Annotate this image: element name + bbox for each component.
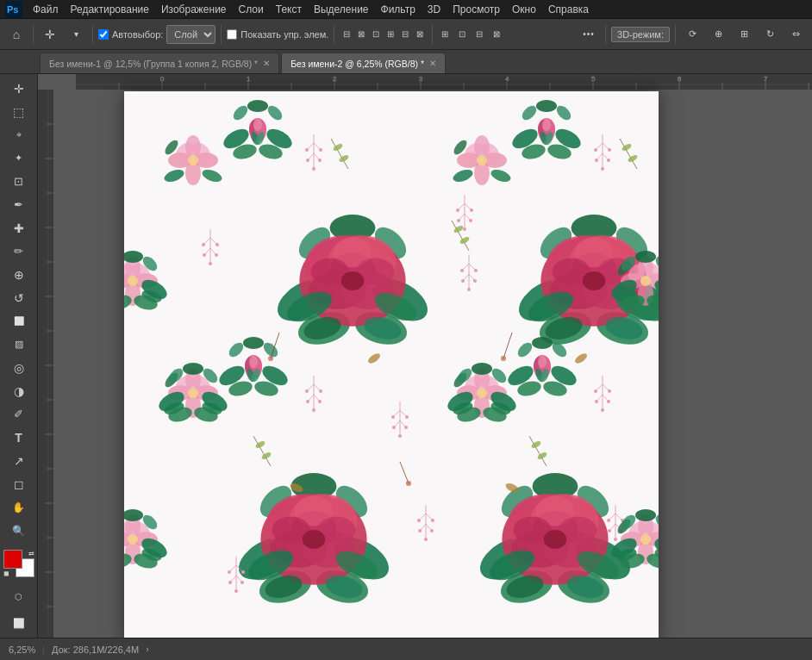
menu-view[interactable]: Просмотр bbox=[447, 2, 505, 17]
tool-shape[interactable]: ◻ bbox=[7, 473, 31, 495]
tab-file1[interactable]: Без имени-1 @ 12,5% (Группа 1 копия 2, R… bbox=[40, 53, 279, 73]
menu-layers[interactable]: Слои bbox=[234, 2, 269, 17]
swap-colors-icon[interactable]: ⇄ bbox=[28, 550, 34, 557]
align-center-h-icon[interactable]: ⊠ bbox=[354, 27, 368, 42]
roll-3d-button[interactable]: ↻ bbox=[759, 23, 781, 46]
canvas-document bbox=[124, 91, 659, 638]
align-left-icon[interactable]: ⊟ bbox=[340, 27, 353, 42]
tool-stamp[interactable]: ⊕ bbox=[7, 264, 31, 285]
foreground-color-swatch[interactable] bbox=[3, 550, 22, 569]
tool-select-rect[interactable]: ⬚ bbox=[7, 101, 31, 122]
autoselect-row: Автовыбор: Слой bbox=[98, 25, 215, 44]
tool-gradient[interactable]: ▨ bbox=[7, 333, 31, 355]
align-center-v-icon[interactable]: ⊟ bbox=[398, 27, 412, 42]
menu-window[interactable]: Окно bbox=[507, 2, 541, 17]
menu-3d[interactable]: 3D bbox=[422, 2, 446, 17]
show-transform-row: Показать упр. элем. bbox=[227, 29, 328, 40]
menu-image[interactable]: Изображение bbox=[156, 2, 232, 17]
move-tool-button[interactable]: ✛ bbox=[39, 23, 61, 46]
rotate-3d-button[interactable]: ⟳ bbox=[681, 23, 703, 46]
default-colors-icon[interactable]: ◼ bbox=[3, 570, 9, 577]
quick-mask-icon: ⬡ bbox=[15, 592, 22, 601]
tool-eraser[interactable]: ⬜ bbox=[7, 310, 31, 332]
zoom-icon: 🔍 bbox=[12, 525, 25, 537]
menu-text[interactable]: Текст bbox=[271, 2, 307, 17]
threed-mode-button[interactable]: 3D-режим: bbox=[611, 27, 670, 42]
tool-heal[interactable]: ✚ bbox=[7, 217, 31, 239]
tool-path-select[interactable]: ↗ bbox=[7, 450, 31, 471]
svg-text:4: 4 bbox=[505, 75, 509, 83]
sep7 bbox=[675, 25, 676, 44]
tab1-label: Без имени-1 @ 12,5% (Группа 1 копия 2, R… bbox=[49, 59, 258, 69]
app-logo: Ps bbox=[5, 1, 22, 18]
align-right-icon[interactable]: ⊡ bbox=[369, 27, 383, 42]
show-transform-checkbox[interactable] bbox=[227, 29, 237, 40]
zoom-3d-button[interactable]: ⊞ bbox=[733, 23, 755, 46]
align-bottom-icon[interactable]: ⊠ bbox=[413, 27, 427, 42]
svg-text:2: 2 bbox=[333, 75, 337, 83]
status-arrow: › bbox=[146, 644, 148, 654]
menu-select[interactable]: Выделение bbox=[309, 2, 374, 17]
tool-eyedrop[interactable]: ✒ bbox=[7, 194, 31, 215]
pan-3d-button[interactable]: ⊕ bbox=[707, 23, 729, 46]
home-icon: ⌂ bbox=[13, 28, 20, 41]
menu-help[interactable]: Справка bbox=[543, 2, 594, 17]
quick-mask-button[interactable]: ⬡ bbox=[7, 586, 31, 607]
autoselect-checkbox[interactable] bbox=[98, 29, 109, 40]
show-transform-label: Показать упр. элем. bbox=[240, 29, 328, 40]
crop-icon: ⊡ bbox=[14, 175, 23, 188]
color-swatches: ⇄ ◼ bbox=[3, 550, 34, 577]
dodge-icon: ◑ bbox=[14, 384, 24, 398]
canvas-area: 0 1 2 3 4 5 6 7 bbox=[38, 74, 812, 638]
tool-dodge[interactable]: ◑ bbox=[7, 380, 31, 402]
menu-edit[interactable]: Редактирование bbox=[66, 2, 154, 17]
home-button[interactable]: ⌂ bbox=[5, 23, 28, 46]
tool-zoom[interactable]: 🔍 bbox=[7, 520, 31, 541]
path-select-icon: ↗ bbox=[14, 454, 24, 468]
status-sep: | bbox=[42, 644, 45, 655]
menu-filter[interactable]: Фильтр bbox=[376, 2, 421, 17]
distribute-icon[interactable]: ⊞ bbox=[438, 27, 452, 42]
align-icons-group: ⊟ ⊠ ⊡ ⊞ ⊟ ⊠ bbox=[340, 27, 427, 42]
tool-brush[interactable]: ✏ bbox=[7, 240, 31, 262]
history-icon: ↺ bbox=[14, 291, 24, 305]
blur-icon: ◎ bbox=[14, 361, 24, 375]
left-toolbar: ✛ ⬚ ⌖ ✦ ⊡ ✒ ✚ ✏ ⊕ ↺ ⬜ ▨ bbox=[0, 74, 38, 638]
autoselect-select[interactable]: Слой bbox=[166, 25, 215, 44]
align-top-icon[interactable]: ⊞ bbox=[384, 27, 397, 42]
move-arrow-button[interactable]: ▾ bbox=[65, 23, 87, 46]
statusbar: 6,25% | Док: 286,1M/226,4M › bbox=[0, 638, 812, 660]
slide-3d-button[interactable]: ⇔ bbox=[784, 23, 807, 46]
menubar: Ps Файл Редактирование Изображение Слои … bbox=[0, 0, 812, 19]
tab1-close[interactable]: ✕ bbox=[263, 59, 270, 68]
tool-move[interactable]: ✛ bbox=[7, 78, 31, 99]
vertical-ruler bbox=[38, 90, 53, 638]
tool-blur[interactable]: ◎ bbox=[7, 357, 31, 378]
tab-file2[interactable]: Без имени-2 @ 6,25% (RGB/8) * ✕ bbox=[281, 53, 446, 73]
sep6 bbox=[605, 25, 606, 44]
autoselect-label: Автовыбор: bbox=[112, 29, 163, 40]
tool-history[interactable]: ↺ bbox=[7, 287, 31, 308]
distribute3-icon[interactable]: ⊟ bbox=[472, 27, 486, 42]
sep5 bbox=[432, 25, 433, 44]
menu-file[interactable]: Файл bbox=[28, 2, 64, 17]
distribute2-icon[interactable]: ⊡ bbox=[455, 27, 469, 42]
stamp-icon: ⊕ bbox=[14, 268, 24, 282]
screen-mode-icon: ⬜ bbox=[13, 618, 25, 629]
tool-pen[interactable]: ✐ bbox=[7, 403, 31, 425]
pen-icon: ✐ bbox=[14, 408, 23, 420]
svg-rect-29 bbox=[38, 90, 53, 638]
screen-mode-button[interactable]: ⬜ bbox=[7, 613, 31, 634]
tool-hand[interactable]: ✋ bbox=[7, 496, 31, 518]
svg-point-113 bbox=[501, 356, 506, 361]
tool-crop[interactable]: ⊡ bbox=[7, 171, 31, 192]
tab2-close[interactable]: ✕ bbox=[429, 59, 436, 68]
distribute4-icon[interactable]: ⊠ bbox=[490, 27, 503, 42]
arrow-down-icon: ▾ bbox=[74, 29, 78, 39]
tool-lasso[interactable]: ⌖ bbox=[7, 124, 31, 146]
more-options-button[interactable]: ••• bbox=[578, 23, 600, 46]
tabs-row: Без имени-1 @ 12,5% (Группа 1 копия 2, R… bbox=[0, 50, 812, 74]
tool-magic-wand[interactable]: ✦ bbox=[7, 147, 31, 169]
threed-label: 3D-режим: bbox=[617, 29, 664, 40]
tool-text[interactable]: T bbox=[7, 427, 31, 448]
